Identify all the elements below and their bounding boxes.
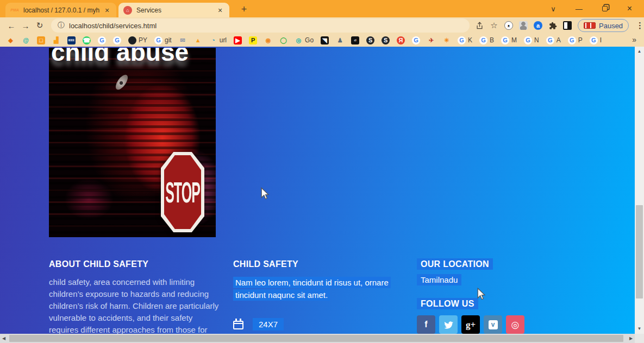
paused-badge-icon <box>584 22 596 29</box>
bookmark-item-google[interactable]: G <box>412 36 420 45</box>
bookmark-item-mail[interactable]: ✉ <box>179 36 187 45</box>
toolbar-icons: ☆ ᴥ a Paused ⋮ <box>475 19 644 32</box>
profile-square-icon[interactable] <box>563 21 572 30</box>
bookmark-item-plane[interactable]: ✈ <box>427 36 435 45</box>
vertical-scrollbar-thumb[interactable] <box>636 205 643 298</box>
google-icon: G <box>412 36 420 45</box>
paused-label: Paused <box>599 22 623 30</box>
footer-location-column: OUR LOCATION Tamilnadu FOLLOW US fg+v◎ <box>417 259 598 334</box>
bookmark-item-google-i[interactable]: GI <box>590 36 602 45</box>
tab-close-icon[interactable]: × <box>103 6 111 15</box>
google-k-icon: G <box>458 36 466 45</box>
scroll-left-icon[interactable]: ◀ <box>0 334 8 343</box>
bookmark-item-arrow-logo[interactable]: ◆ <box>7 36 15 45</box>
bookmark-item-google-a[interactable]: GA <box>546 36 561 45</box>
bookmark-item-speedtest[interactable]: ◔url <box>209 36 227 45</box>
bookmark-item-youtube[interactable]: ▶ <box>234 36 242 45</box>
web-page: child abuse STOP ABOUT CHILD SAFETY chil… <box>0 47 644 343</box>
stop-sign-face: STOP <box>164 155 201 229</box>
close-window-button[interactable]: × <box>627 4 632 13</box>
bookmarks-list: ◆@□▟IEEE☎GGPYGgit✉▲◔url▶P◉◯◎Go◥♟clSSЯG✈✳… <box>7 36 602 45</box>
bookmark-label: P <box>578 36 583 44</box>
scroll-down-icon[interactable]: ▼ <box>635 325 644 333</box>
forward-button[interactable]: → <box>18 21 33 30</box>
tab-title: localhost / 127.0.0.1 / myhmsdb <box>23 7 99 14</box>
site-info-icon[interactable]: ⓘ <box>58 21 65 30</box>
bookmark-item-github[interactable]: PY <box>128 36 147 45</box>
tab-services[interactable]: ⌂ Services × <box>118 3 229 17</box>
bookmark-label: N <box>534 36 539 44</box>
tab-search-chevron-icon[interactable]: ∨ <box>551 5 556 12</box>
ieee-icon: IEEE <box>67 36 76 45</box>
bookmark-item-p-yellow[interactable]: P <box>249 36 257 45</box>
google-i-icon: G <box>590 36 598 45</box>
bookmark-item-s-dark[interactable]: S <box>366 36 374 45</box>
bookmark-item-google-m[interactable]: GM <box>501 36 517 45</box>
bookmark-item-google-n[interactable]: GN <box>524 36 539 45</box>
panda-extension-icon[interactable]: ᴥ <box>504 21 513 30</box>
bookmark-item-go-circle[interactable]: ◎Go <box>295 36 314 45</box>
minimize-button[interactable]: — <box>576 5 583 12</box>
bookmark-item-godaddy[interactable]: @ <box>22 36 30 45</box>
social-vimeo-button[interactable]: v <box>484 315 502 334</box>
bookmark-item-eye-orange[interactable]: ✳ <box>442 36 451 45</box>
bookmark-star-icon[interactable]: ☆ <box>490 21 498 30</box>
bookmark-item-phpmyadmin[interactable]: ▲ <box>194 36 202 45</box>
bookmark-item-yandex[interactable]: Я <box>397 36 405 45</box>
bookmark-item-google-b[interactable]: GB <box>479 36 494 45</box>
social-dribbble-button[interactable]: ◎ <box>506 315 524 334</box>
browser-menu-icon[interactable]: ⋮ <box>636 21 644 30</box>
bookmark-item-camera[interactable]: ◉ <box>264 36 272 45</box>
location-value-text: Tamilnadu <box>417 274 461 285</box>
bookmarks-bar: ◆@□▟IEEE☎GGPYGgit✉▲◔url▶P◉◯◎Go◥♟clSSЯG✈✳… <box>0 34 644 47</box>
google-icon: G <box>154 36 162 45</box>
new-tab-button[interactable]: + <box>237 3 251 17</box>
bookmark-item-orange-box[interactable]: □ <box>37 36 45 45</box>
tab-close-icon[interactable]: × <box>216 6 224 15</box>
availability-row: 24X7 <box>233 318 406 331</box>
location-value: Tamilnadu <box>417 275 461 284</box>
bookmarks-overflow-chevron[interactable]: » <box>632 35 636 44</box>
url-text: localhost/child/services.html <box>69 22 157 30</box>
social-facebook-button[interactable]: f <box>417 315 435 334</box>
bookmark-item-google[interactable]: G <box>98 36 106 45</box>
reload-button[interactable]: ↻ <box>33 21 47 30</box>
bookmark-item-google-p[interactable]: GP <box>568 36 583 45</box>
paused-extension-badge[interactable]: Paused <box>578 19 629 32</box>
bookmark-label: Go <box>305 36 314 44</box>
tab-phpmyadmin[interactable]: PMA localhost / 127.0.0.1 / myhmsdb × <box>5 3 116 17</box>
footer-childsafety-column: CHILD SAFETY Nam leo lorem, tincidunt id… <box>233 259 406 334</box>
horizontal-scrollbar-thumb[interactable] <box>9 335 623 342</box>
bookmark-item-ieee[interactable]: IEEE <box>67 36 76 45</box>
bookmark-item-craigslist[interactable]: cl <box>351 36 359 45</box>
facebook-icon: f <box>424 320 427 329</box>
bookmark-item-green-ring[interactable]: ◯ <box>279 36 287 45</box>
horizontal-scrollbar[interactable]: ◀ ▶ <box>0 334 635 343</box>
calendar-icon <box>233 321 243 329</box>
person-extension-icon[interactable] <box>519 21 528 30</box>
bookmark-item-google[interactable]: G <box>113 36 121 45</box>
mouse-cursor-2 <box>476 288 486 303</box>
bookmark-item-person[interactable]: ♟ <box>336 36 344 45</box>
bookmark-item-eagle[interactable]: ◥ <box>321 36 329 45</box>
bookmark-item-analytics[interactable]: ▟ <box>52 36 60 45</box>
bookmark-item-whatsapp[interactable]: ☎ <box>83 36 91 45</box>
a-extension-icon[interactable]: a <box>534 21 542 30</box>
bookmark-item-google-k[interactable]: GK <box>458 36 472 45</box>
analytics-icon: ▟ <box>52 36 60 45</box>
scroll-up-icon[interactable]: ▲ <box>635 48 644 55</box>
social-googleplus-button[interactable]: g+ <box>461 315 480 334</box>
google-m-icon: G <box>501 36 509 45</box>
share-icon[interactable] <box>475 21 484 30</box>
address-bar[interactable]: ⓘ localhost/child/services.html <box>51 18 470 33</box>
social-twitter-button[interactable] <box>439 315 458 334</box>
maximize-button[interactable] <box>602 6 608 11</box>
bookmark-item-s-dark[interactable]: S <box>382 36 390 45</box>
bookmark-item-google[interactable]: Ggit <box>154 36 172 45</box>
speedtest-icon: ◔ <box>209 36 217 45</box>
googleplus-icon: g+ <box>466 320 476 329</box>
vertical-scrollbar[interactable]: ▲ ▼ <box>635 47 644 334</box>
extensions-puzzle-icon[interactable] <box>548 21 557 30</box>
scroll-right-icon[interactable]: ▶ <box>627 334 635 343</box>
back-button[interactable]: ← <box>4 21 18 30</box>
